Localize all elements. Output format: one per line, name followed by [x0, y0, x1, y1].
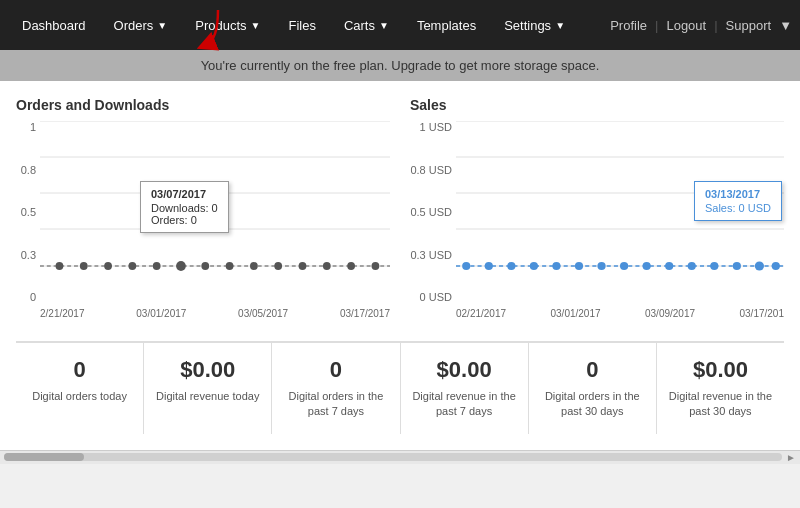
- svg-point-19: [372, 262, 380, 270]
- stat-label-5: Digital revenue in the past 30 days: [669, 390, 772, 417]
- stat-label-2: Digital orders in the past 7 days: [289, 390, 384, 417]
- nav-carts-label: Carts: [344, 18, 375, 33]
- svg-point-33: [620, 262, 628, 270]
- left-chart-area: 03/07/2017 Downloads: 0 Orders: 0 2/21/2…: [40, 121, 390, 321]
- nav-templates[interactable]: Templates: [403, 0, 490, 50]
- nav-files[interactable]: Files: [274, 0, 329, 50]
- svg-point-11: [176, 261, 186, 271]
- right-chart-svg: [456, 121, 784, 303]
- svg-point-14: [250, 262, 258, 270]
- svg-point-29: [530, 262, 538, 270]
- stat-label-3: Digital revenue in the past 7 days: [412, 390, 515, 417]
- scrollbar-area[interactable]: ►: [0, 450, 800, 464]
- stat-value-2: 0: [278, 357, 393, 383]
- orders-downloads-chart: Orders and Downloads 1 0.8 0.5 0.3 0: [16, 97, 390, 321]
- svg-point-16: [299, 262, 307, 270]
- stat-value-5: $0.00: [663, 357, 778, 383]
- svg-point-18: [347, 262, 355, 270]
- svg-point-35: [665, 262, 673, 270]
- right-x-axis: 02/21/2017 03/01/2017 03/09/2017 03/17/2…: [456, 306, 784, 319]
- nav-products[interactable]: Products ▼: [181, 0, 274, 50]
- svg-point-15: [274, 262, 282, 270]
- nav-orders-arrow: ▼: [157, 20, 167, 31]
- left-y-axis: 1 0.8 0.5 0.3 0: [16, 121, 40, 321]
- nav-profile-link[interactable]: Profile: [610, 18, 647, 33]
- nav-items: Dashboard Orders ▼ Products ▼ Files Cart…: [8, 0, 610, 50]
- svg-point-17: [323, 262, 331, 270]
- sep1: |: [655, 18, 658, 33]
- svg-point-37: [710, 262, 718, 270]
- stat-label-0: Digital orders today: [32, 390, 127, 402]
- stat-digital-revenue-today: $0.00 Digital revenue today: [144, 343, 272, 434]
- nav-settings[interactable]: Settings ▼: [490, 0, 579, 50]
- nav-settings-label: Settings: [504, 18, 551, 33]
- svg-point-8: [104, 262, 112, 270]
- svg-point-27: [485, 262, 493, 270]
- stat-label-4: Digital orders in the past 30 days: [545, 390, 640, 417]
- scrollbar-thumb[interactable]: [4, 453, 84, 461]
- stat-digital-revenue-30days: $0.00 Digital revenue in the past 30 day…: [657, 343, 784, 434]
- nav-support-arrow: ▼: [779, 18, 792, 33]
- svg-point-7: [80, 262, 88, 270]
- svg-point-12: [201, 262, 209, 270]
- stat-label-1: Digital revenue today: [156, 390, 259, 402]
- nav-dashboard[interactable]: Dashboard: [8, 0, 100, 50]
- svg-point-28: [507, 262, 515, 270]
- stats-row: 0 Digital orders today $0.00 Digital rev…: [16, 341, 784, 434]
- stat-value-1: $0.00: [150, 357, 265, 383]
- sales-chart: Sales 1 USD 0.8 USD 0.5 USD 0.3 USD 0 US…: [410, 97, 784, 321]
- svg-point-13: [226, 262, 234, 270]
- left-x-axis: 2/21/2017 03/01/2017 03/05/2017 03/17/20…: [40, 306, 390, 319]
- nav-settings-arrow: ▼: [555, 20, 565, 31]
- nav-support-link[interactable]: Support: [726, 18, 772, 33]
- nav-templates-label: Templates: [417, 18, 476, 33]
- stat-value-4: 0: [535, 357, 650, 383]
- svg-point-31: [575, 262, 583, 270]
- stat-digital-orders-7days: 0 Digital orders in the past 7 days: [272, 343, 400, 434]
- sep2: |: [714, 18, 717, 33]
- svg-point-34: [643, 262, 651, 270]
- nav-carts-arrow: ▼: [379, 20, 389, 31]
- right-chart-area: 03/13/2017 Sales: 0 USD 02/21/2017 03/01…: [456, 121, 784, 321]
- charts-row: Orders and Downloads 1 0.8 0.5 0.3 0: [16, 97, 784, 321]
- nav-orders[interactable]: Orders ▼: [100, 0, 182, 50]
- svg-point-36: [688, 262, 696, 270]
- svg-point-30: [552, 262, 560, 270]
- nav-products-arrow: ▼: [251, 20, 261, 31]
- nav-orders-label: Orders: [114, 18, 154, 33]
- nav-files-label: Files: [288, 18, 315, 33]
- sales-title: Sales: [410, 97, 784, 113]
- main-content: Orders and Downloads 1 0.8 0.5 0.3 0: [0, 81, 800, 450]
- svg-point-6: [56, 262, 64, 270]
- stat-digital-orders-today: 0 Digital orders today: [16, 343, 144, 434]
- banner-text: You're currently on the free plan. Upgra…: [201, 58, 600, 73]
- svg-point-9: [128, 262, 136, 270]
- stat-digital-orders-30days: 0 Digital orders in the past 30 days: [529, 343, 657, 434]
- svg-point-26: [462, 262, 470, 270]
- svg-point-39: [755, 262, 764, 271]
- stat-value-0: 0: [22, 357, 137, 383]
- nav-products-label: Products: [195, 18, 246, 33]
- svg-point-40: [772, 262, 780, 270]
- svg-point-10: [153, 262, 161, 270]
- orders-downloads-title: Orders and Downloads: [16, 97, 390, 113]
- right-y-axis: 1 USD 0.8 USD 0.5 USD 0.3 USD 0 USD: [410, 121, 456, 321]
- nav-logout-link[interactable]: Logout: [666, 18, 706, 33]
- nav-dashboard-label: Dashboard: [22, 18, 86, 33]
- stat-value-3: $0.00: [407, 357, 522, 383]
- svg-point-38: [733, 262, 741, 270]
- scroll-right-arrow[interactable]: ►: [786, 452, 796, 463]
- scrollbar-track[interactable]: [4, 453, 782, 461]
- svg-point-32: [597, 262, 605, 270]
- nav-bar: Dashboard Orders ▼ Products ▼ Files Cart…: [0, 0, 800, 50]
- nav-carts[interactable]: Carts ▼: [330, 0, 403, 50]
- left-chart-svg: [40, 121, 390, 303]
- stat-digital-revenue-7days: $0.00 Digital revenue in the past 7 days: [401, 343, 529, 434]
- nav-right: Profile | Logout | Support ▼: [610, 18, 792, 33]
- upgrade-banner: You're currently on the free plan. Upgra…: [0, 50, 800, 81]
